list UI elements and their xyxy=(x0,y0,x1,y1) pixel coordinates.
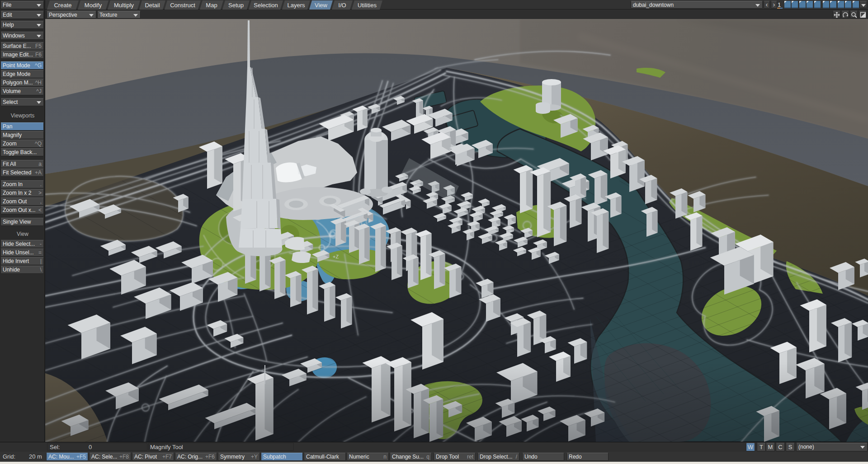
svg-text:I/O: I/O xyxy=(338,2,346,9)
svg-text:+Z: +Z xyxy=(333,254,339,259)
svg-text:Construct: Construct xyxy=(170,2,195,9)
svg-text:Map: Map xyxy=(206,2,217,9)
svg-text:Layers: Layers xyxy=(287,2,305,9)
svg-text:Multiply: Multiply xyxy=(114,2,134,9)
svg-text:Detail: Detail xyxy=(145,2,160,9)
svg-text:Setup: Setup xyxy=(228,2,244,9)
svg-text:Selection: Selection xyxy=(254,2,278,9)
svg-text:Create: Create xyxy=(54,2,71,9)
svg-text:Utilities: Utilities xyxy=(358,2,377,9)
svg-text:View: View xyxy=(315,2,328,9)
svg-text:Modify: Modify xyxy=(85,2,102,9)
